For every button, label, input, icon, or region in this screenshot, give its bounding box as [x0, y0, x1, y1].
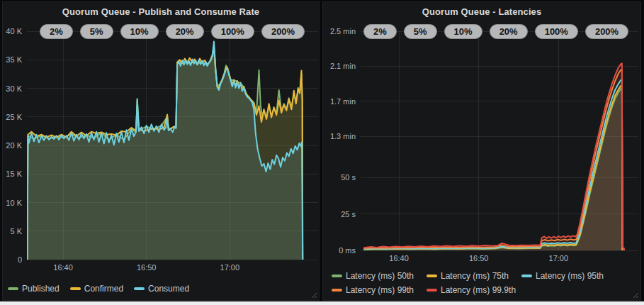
- legend-swatch-icon: [8, 287, 18, 290]
- x-axis-tick-label: 17:00: [212, 263, 247, 272]
- legend-item-latency-ms-99th[interactable]: Latency (ms) 99th: [332, 285, 421, 295]
- panel-resize-handle-icon[interactable]: [311, 292, 317, 299]
- y-axis-tick-label: 5 K: [3, 226, 22, 236]
- x-axis-tick-label: 17:00: [541, 254, 576, 262]
- y-axis-tick-label: 10 K: [3, 198, 22, 208]
- annotation-badge[interactable]: 20%: [166, 24, 204, 39]
- legend-label: Consumed: [148, 284, 189, 294]
- legend: PublishedConfirmedConsumed: [8, 284, 189, 294]
- y-axis-tick-label: 35 K: [3, 55, 22, 65]
- legend-item-latency-ms-75th[interactable]: Latency (ms) 75th: [426, 271, 516, 281]
- legend-swatch-icon: [332, 274, 342, 277]
- x-axis-tick-label: 16:40: [45, 263, 81, 272]
- y-axis-tick-label: 50 s: [323, 172, 356, 182]
- page-bottom-strip: [0, 301, 644, 305]
- publish-consume-chart[interactable]: 05 K10 K15 K20 K25 K30 K35 K40 K16:4016:…: [3, 2, 319, 300]
- legend-label: Published: [22, 284, 60, 294]
- annotation-badge[interactable]: 200%: [261, 24, 305, 39]
- annotation-badge[interactable]: 100%: [211, 24, 254, 39]
- y-axis-tick-label: 2.5 min: [323, 26, 356, 36]
- y-axis-tick-label: 0 ms: [323, 245, 356, 255]
- panel-title[interactable]: Quorum Queue - Latencies: [323, 6, 640, 17]
- legend-item-latency-ms-99-9th[interactable]: Latency (ms) 99.9th: [426, 285, 516, 295]
- chart-canvas[interactable]: [3, 2, 319, 300]
- annotation-badge[interactable]: 2%: [363, 24, 397, 39]
- x-axis-tick-label: 16:40: [381, 254, 417, 262]
- legend-swatch-icon: [332, 289, 342, 292]
- y-axis-tick-label: 0: [3, 255, 22, 265]
- panel-publish-consume-rate: 05 K10 K15 K20 K25 K30 K35 K40 K16:4016:…: [2, 1, 320, 301]
- legend-swatch-icon: [426, 274, 437, 277]
- latencies-chart[interactable]: 0 ms25 s50 s1.3 min1.7 min2.1 min2.5 min…: [323, 2, 640, 300]
- legend-item-published[interactable]: Published: [8, 284, 60, 294]
- annotation-badge[interactable]: 20%: [490, 24, 528, 39]
- legend: Latency (ms) 50thLatency (ms) 75thLatenc…: [332, 271, 604, 295]
- x-axis-tick-label: 16:50: [129, 263, 164, 272]
- legend-label: Latency (ms) 95th: [536, 271, 604, 281]
- y-axis-tick-label: 2.1 min: [323, 61, 356, 71]
- annotation-badge[interactable]: 10%: [444, 24, 482, 39]
- y-axis-tick-label: 1.3 min: [323, 131, 356, 141]
- legend-label: Latency (ms) 50th: [346, 271, 414, 281]
- annotation-badges-row: 2%5%10%20%100%200%: [363, 24, 628, 39]
- y-axis-tick-label: 25 s: [323, 209, 356, 219]
- legend-swatch-icon: [134, 287, 145, 290]
- legend-label: Latency (ms) 99.9th: [441, 285, 516, 295]
- annotation-badge[interactable]: 2%: [40, 24, 73, 39]
- annotation-badge[interactable]: 5%: [404, 24, 437, 39]
- y-axis-tick-label: 15 K: [3, 169, 22, 179]
- legend-swatch-icon: [521, 274, 532, 277]
- x-axis-tick-label: 16:50: [461, 254, 497, 262]
- y-axis-tick-label: 30 K: [3, 84, 22, 94]
- annotation-badges-row: 2%5%10%20%100%200%: [40, 24, 305, 39]
- legend-swatch-icon: [70, 287, 81, 290]
- annotation-badge[interactable]: 200%: [585, 24, 628, 39]
- legend-label: Latency (ms) 75th: [441, 271, 509, 281]
- series-area-latency-ms-99-9th: [364, 63, 624, 250]
- y-axis-tick-label: 1.7 min: [323, 96, 356, 106]
- legend-item-confirmed[interactable]: Confirmed: [70, 284, 123, 294]
- y-axis-tick-label: 25 K: [3, 112, 22, 122]
- legend-label: Confirmed: [84, 284, 123, 294]
- annotation-badge[interactable]: 5%: [80, 24, 113, 39]
- y-axis-tick-label: 40 K: [3, 26, 22, 36]
- panel-latencies: 0 ms25 s50 s1.3 min1.7 min2.1 min2.5 min…: [322, 1, 641, 301]
- y-axis-tick-label: 20 K: [3, 140, 22, 150]
- legend-label: Latency (ms) 99th: [346, 285, 414, 295]
- annotation-badge[interactable]: 10%: [120, 24, 159, 39]
- legend-swatch-icon: [426, 289, 437, 292]
- annotation-badge[interactable]: 100%: [535, 24, 578, 39]
- panel-resize-handle-icon[interactable]: [633, 292, 639, 299]
- panel-title[interactable]: Quorum Queue - Publish and Consume Rate: [3, 6, 319, 17]
- legend-item-consumed[interactable]: Consumed: [134, 284, 189, 294]
- legend-item-latency-ms-50th[interactable]: Latency (ms) 50th: [332, 271, 421, 281]
- legend-item-latency-ms-95th[interactable]: Latency (ms) 95th: [521, 271, 604, 281]
